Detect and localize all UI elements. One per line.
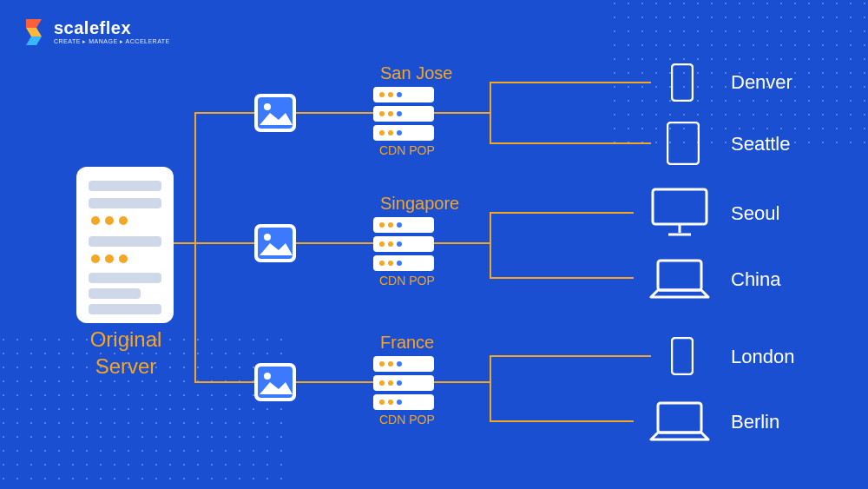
svg-point-57: [397, 400, 402, 405]
pop-subtitle: CDN POP: [379, 413, 435, 426]
pop-title: France: [380, 333, 434, 353]
svg-point-41: [397, 241, 402, 247]
svg-point-45: [397, 261, 402, 266]
svg-point-35: [379, 222, 385, 228]
cdn-pop-server-icon: [373, 356, 434, 410]
svg-point-48: [388, 361, 393, 367]
svg-point-44: [388, 261, 393, 266]
svg-point-52: [388, 380, 393, 386]
device-label: Denver: [731, 71, 792, 94]
svg-point-36: [388, 222, 393, 228]
device-label: Seattle: [731, 133, 791, 155]
svg-point-56: [388, 400, 393, 405]
svg-point-53: [397, 380, 402, 386]
cdn-pop-server-icon: [373, 217, 434, 271]
svg-point-8: [105, 254, 114, 263]
svg-point-3: [91, 216, 100, 225]
svg-rect-2: [89, 198, 161, 208]
svg-point-49: [397, 361, 402, 367]
svg-point-37: [397, 222, 402, 228]
svg-point-5: [119, 216, 128, 225]
svg-rect-1: [89, 181, 161, 191]
svg-point-15: [264, 103, 271, 110]
svg-rect-64: [672, 338, 693, 374]
svg-rect-11: [89, 288, 141, 299]
svg-point-7: [91, 254, 100, 263]
pop-subtitle: CDN POP: [379, 143, 435, 157]
svg-rect-58: [672, 64, 693, 101]
svg-rect-59: [667, 122, 699, 164]
phone-icon: [671, 337, 694, 375]
image-icon: [254, 94, 296, 132]
cdn-pop-server-icon: [373, 87, 434, 141]
svg-rect-12: [89, 304, 161, 314]
svg-point-43: [379, 261, 385, 266]
device-label: Seoul: [731, 202, 779, 225]
svg-point-9: [119, 254, 128, 263]
phone-icon: [671, 63, 694, 102]
image-icon: [254, 224, 296, 262]
device-label: China: [731, 268, 780, 291]
origin-server-label: Original Server: [74, 326, 178, 380]
pop-title: Singapore: [380, 194, 459, 214]
pop-title: San Jose: [380, 63, 452, 83]
svg-rect-65: [658, 403, 701, 433]
svg-rect-60: [653, 189, 707, 224]
svg-point-47: [379, 361, 385, 367]
svg-point-31: [379, 130, 385, 135]
device-label: Berlin: [731, 411, 779, 433]
tablet-icon: [667, 122, 700, 165]
laptop-icon: [649, 401, 710, 441]
svg-point-55: [379, 400, 385, 405]
svg-point-24: [388, 92, 393, 97]
desktop-icon: [649, 188, 710, 238]
origin-server-icon: [76, 167, 174, 323]
svg-point-18: [264, 234, 271, 241]
svg-point-33: [397, 130, 402, 135]
svg-point-40: [388, 241, 393, 247]
svg-point-39: [379, 241, 385, 247]
svg-point-25: [397, 92, 402, 97]
device-label: London: [731, 346, 794, 368]
svg-rect-63: [658, 261, 701, 290]
svg-point-32: [388, 130, 393, 135]
svg-rect-10: [89, 273, 161, 283]
svg-point-28: [388, 111, 393, 116]
svg-point-51: [379, 380, 385, 386]
pop-subtitle: CDN POP: [379, 274, 435, 287]
laptop-icon: [649, 259, 710, 299]
svg-point-27: [379, 111, 385, 116]
svg-point-23: [379, 92, 385, 97]
svg-point-29: [397, 111, 402, 116]
image-icon: [254, 363, 296, 401]
svg-point-4: [105, 216, 114, 225]
svg-point-21: [264, 373, 271, 380]
svg-rect-6: [89, 236, 161, 247]
